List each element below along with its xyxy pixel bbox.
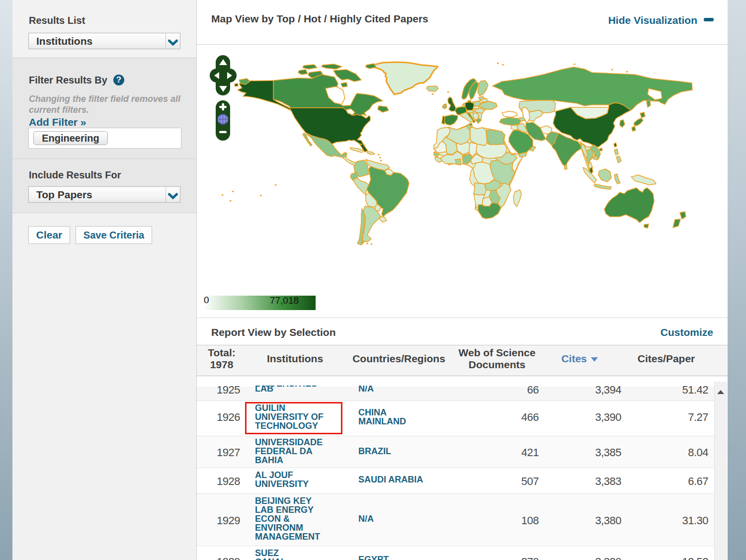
svg-text:77,018: 77,018: [270, 295, 299, 306]
svg-text:0: 0: [204, 295, 209, 305]
